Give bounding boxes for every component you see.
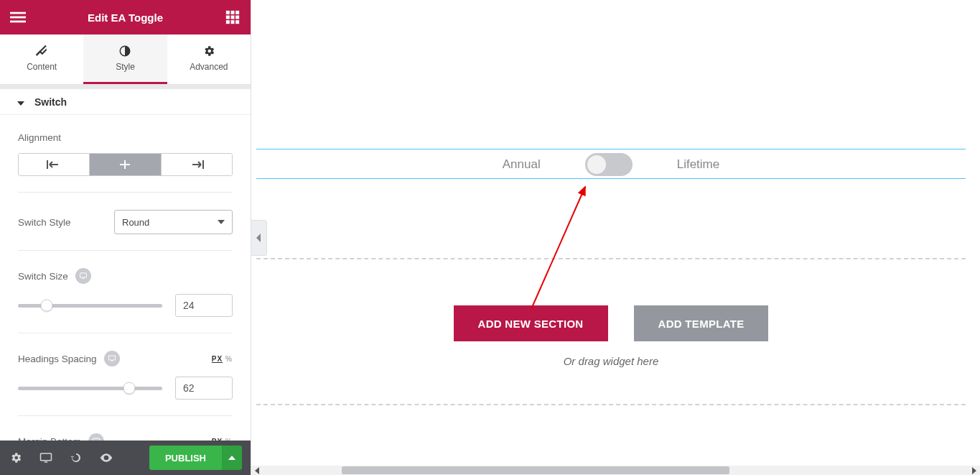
scrollbar-track[interactable] xyxy=(263,466,969,475)
switch-size-label: Switch Size xyxy=(18,271,68,282)
svg-rect-19 xyxy=(82,278,84,279)
control-switch-size: Switch Size xyxy=(18,251,233,333)
editor-canvas[interactable]: Annual Lifetime ADD NEW SECTION ADD TEMP… xyxy=(251,0,980,466)
control-headings-spacing: Headings Spacing PX% xyxy=(18,333,233,416)
add-template-button[interactable]: ADD TEMPLATE xyxy=(634,305,769,341)
svg-rect-1 xyxy=(10,17,26,19)
svg-rect-9 xyxy=(226,20,230,24)
tab-label: Style xyxy=(116,62,135,72)
svg-rect-4 xyxy=(231,11,235,14)
responsive-icon[interactable] xyxy=(88,433,104,441)
panel-title: Edit EA Toggle xyxy=(27,11,223,24)
svg-rect-24 xyxy=(41,453,52,461)
section-divider xyxy=(256,404,966,405)
units-selector[interactable]: PX% xyxy=(212,355,233,363)
switch-style-label: Switch Style xyxy=(18,217,71,228)
svg-rect-8 xyxy=(235,16,239,19)
responsive-icon[interactable] xyxy=(104,351,120,366)
publish-options-button[interactable] xyxy=(222,446,242,470)
scroll-left-button[interactable] xyxy=(251,466,263,475)
headings-spacing-slider[interactable] xyxy=(18,387,162,390)
toggle-label-right: Lifetime xyxy=(677,157,720,172)
section-divider xyxy=(256,258,966,259)
control-margin-bottom: Margin Bottom PX% xyxy=(18,416,233,441)
headings-spacing-input[interactable] xyxy=(175,377,233,400)
horizontal-scrollbar[interactable] xyxy=(251,466,980,475)
chevron-down-icon xyxy=(218,220,225,224)
control-switch-style: Switch Style Round xyxy=(18,193,233,251)
switch-style-select[interactable]: Round xyxy=(114,210,233,234)
section-switch[interactable]: Switch xyxy=(0,85,251,115)
svg-rect-14 xyxy=(124,160,126,169)
svg-rect-5 xyxy=(235,11,239,14)
svg-rect-0 xyxy=(10,12,26,14)
tab-label: Content xyxy=(27,62,57,72)
align-right-button[interactable] xyxy=(162,154,232,175)
svg-rect-10 xyxy=(231,20,235,24)
panel-header: Edit EA Toggle xyxy=(0,0,251,34)
switch-style-value: Round xyxy=(122,217,149,228)
slider-thumb[interactable] xyxy=(41,300,53,312)
svg-rect-18 xyxy=(80,273,86,277)
panel-footer: PUBLISH xyxy=(0,441,251,475)
headings-spacing-label: Headings Spacing xyxy=(18,354,97,364)
panel-body: Alignment Switch Style Round xyxy=(0,115,251,441)
add-area: ADD NEW SECTION ADD TEMPLATE xyxy=(256,305,966,341)
svg-rect-25 xyxy=(45,461,48,463)
preview-icon[interactable] xyxy=(99,451,113,465)
svg-rect-11 xyxy=(235,20,239,24)
settings-icon[interactable] xyxy=(9,451,23,465)
drag-hint: Or drag widget here xyxy=(256,355,966,367)
tab-label: Advanced xyxy=(190,62,228,72)
menu-icon[interactable] xyxy=(9,8,27,27)
tab-content[interactable]: Content xyxy=(0,34,83,84)
svg-rect-13 xyxy=(47,160,48,169)
svg-rect-21 xyxy=(111,361,113,361)
selected-section[interactable]: Annual Lifetime xyxy=(256,149,966,179)
publish-group: PUBLISH xyxy=(149,446,242,470)
publish-button[interactable]: PUBLISH xyxy=(149,446,222,470)
svg-rect-20 xyxy=(108,356,115,360)
slider-thumb[interactable] xyxy=(123,382,135,395)
switch-size-input[interactable] xyxy=(175,294,233,317)
toggle-knob xyxy=(587,155,606,174)
widgets-grid-icon[interactable] xyxy=(223,8,242,27)
toggle-widget: Annual Lifetime xyxy=(256,149,966,180)
history-icon[interactable] xyxy=(69,451,83,465)
switch-size-slider[interactable] xyxy=(18,304,162,308)
tab-style[interactable]: Style xyxy=(83,34,167,84)
svg-rect-17 xyxy=(202,160,204,169)
add-new-section-button[interactable]: ADD NEW SECTION xyxy=(454,305,608,341)
svg-rect-15 xyxy=(120,164,124,165)
align-left-button[interactable] xyxy=(19,154,90,175)
svg-rect-3 xyxy=(226,11,230,14)
tab-advanced[interactable]: Advanced xyxy=(167,34,251,84)
svg-line-26 xyxy=(531,187,585,309)
caret-down-icon xyxy=(17,96,24,108)
svg-rect-6 xyxy=(226,16,230,19)
control-alignment: Alignment xyxy=(18,115,233,193)
alignment-choices xyxy=(18,153,233,176)
responsive-icon[interactable] xyxy=(75,268,91,284)
alignment-label: Alignment xyxy=(18,132,61,143)
editor-panel: Edit EA Toggle Content Style Advanced Sw… xyxy=(0,0,251,475)
align-center-button[interactable] xyxy=(90,154,161,175)
panel-tabs: Content Style Advanced xyxy=(0,34,251,85)
annotation-arrow xyxy=(517,172,610,316)
responsive-mode-icon[interactable] xyxy=(39,451,53,465)
scroll-right-button[interactable] xyxy=(969,466,980,475)
svg-rect-2 xyxy=(10,21,26,23)
toggle-label-left: Annual xyxy=(503,157,541,172)
panel-collapse-button[interactable] xyxy=(251,220,267,256)
svg-rect-7 xyxy=(231,16,235,19)
scrollbar-thumb[interactable] xyxy=(342,466,729,474)
toggle-switch[interactable] xyxy=(585,153,633,176)
svg-rect-16 xyxy=(126,164,130,165)
section-title: Switch xyxy=(34,96,67,108)
